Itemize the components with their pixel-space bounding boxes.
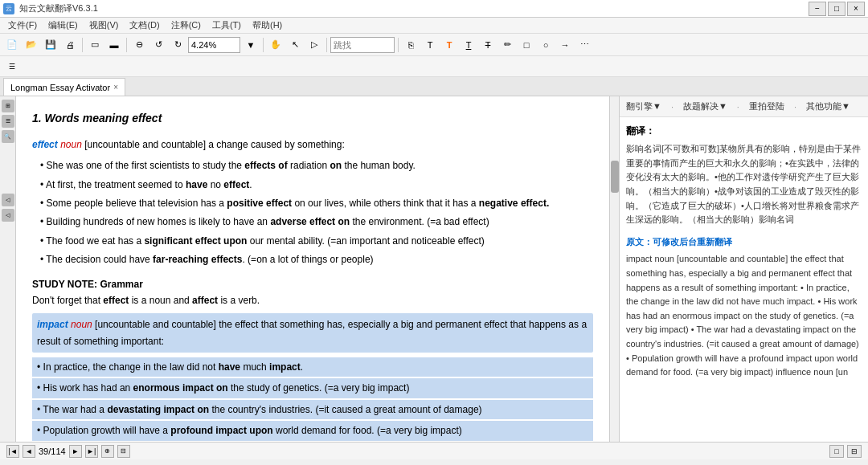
sidebar-thumbnail-icon[interactable]: ⊞: [2, 100, 14, 112]
toolbar-ellipse[interactable]: ○: [537, 36, 555, 54]
section-heading: 1. Words meaning effect: [32, 109, 593, 128]
nav-next-btn[interactable]: ►: [69, 445, 82, 458]
toolbar-fit-width[interactable]: ▭: [86, 36, 104, 54]
toolbar-zoom-out[interactable]: ⊖: [130, 36, 148, 54]
rpanel-tab-highlight[interactable]: 故题解决▼: [680, 99, 731, 114]
tab-close-btn[interactable]: ×: [113, 83, 118, 92]
rpanel-tab-jump[interactable]: 重拍登陆: [746, 99, 788, 114]
word2-def: [uncountable and countable] the effect t…: [37, 319, 587, 346]
menu-document[interactable]: 文档(D): [125, 18, 164, 33]
app-title: 知云文献翻译V6.3.1: [19, 2, 98, 14]
word1-pos: noun: [60, 139, 84, 150]
word2-bullet3: The war had a devastating impact on the …: [32, 400, 593, 419]
toolbar-rotate-left[interactable]: ↺: [149, 36, 167, 54]
zoom-input[interactable]: [188, 37, 240, 53]
view-double-btn[interactable]: ⊟: [847, 445, 862, 458]
original-label[interactable]: 原文：可修改后台重新翻译: [626, 235, 862, 250]
word1-def: [uncountable and countable] a change cau…: [84, 139, 345, 150]
toolbar-arrow[interactable]: →: [556, 36, 574, 54]
document-content-area: 1. Words meaning effect effect noun [unc…: [16, 96, 609, 442]
toolbar-cursor[interactable]: ▷: [305, 36, 323, 54]
document-scroll[interactable]: 1. Words meaning effect effect noun [unc…: [16, 96, 609, 442]
word2-bullet1: In practice, the change in the law did n…: [32, 357, 593, 377]
study-note-block: STUDY NOTE: Grammar Don't forget that ef…: [32, 276, 593, 309]
sidebar-bookmarks-icon[interactable]: ☰: [2, 115, 14, 128]
word2-term: impact: [37, 319, 68, 330]
toolbar-row2: ☰: [0, 56, 868, 77]
nav-prev-btn[interactable]: ◄: [23, 445, 35, 458]
nav-last-btn[interactable]: ►|: [85, 445, 98, 458]
main-layout: ⊞ ☰ 🔍 ◁ ◁ 1. Words meaning effect effect…: [0, 96, 868, 442]
separator3: [263, 38, 264, 52]
right-panel-tabs: 翻引擎▼ · 故题解决▼ · 重拍登陆 · 其他功能▼: [620, 96, 868, 117]
minimize-button[interactable]: −: [809, 2, 826, 16]
translation-section: 翻译： 影响名词[不可数和可数]某物所具有的影响，特别是由于某件重要的事情而产生…: [626, 124, 862, 227]
sidebar-layer-icon[interactable]: ◁: [2, 209, 14, 222]
rpanel-tab-other[interactable]: 其他功能▼: [803, 99, 854, 114]
bullet5: The food we eat has a significant effect…: [32, 233, 593, 249]
toolbar-copy[interactable]: ⎘: [402, 36, 420, 54]
translation-label: 翻译：: [626, 124, 862, 139]
title-bar: 云 知云文献翻译V6.3.1 − □ ×: [0, 0, 868, 18]
view-single-btn[interactable]: □: [829, 445, 844, 458]
original-text: impact noun [uncountable and countable] …: [626, 252, 862, 379]
toolbar-zoom-dropdown[interactable]: ▼: [242, 36, 260, 54]
separator4: [326, 38, 327, 52]
menu-edit[interactable]: 编辑(E): [43, 18, 83, 33]
toolbar-strikethrough[interactable]: T: [479, 36, 497, 54]
bullet4: Building hundreds of new homes is likely…: [32, 214, 593, 230]
toolbar-pen[interactable]: ✏: [498, 36, 516, 54]
toolbar-more[interactable]: ⋯: [575, 36, 593, 54]
menu-help[interactable]: 帮助(H): [248, 18, 287, 33]
menu-file[interactable]: 文件(F): [3, 18, 42, 33]
document-tab[interactable]: Longman Essay Activator ×: [3, 78, 125, 96]
sidebar-search-icon[interactable]: 🔍: [2, 130, 14, 143]
tab-bar: Longman Essay Activator ×: [0, 77, 868, 96]
tab-label: Longman Essay Activator: [10, 83, 110, 92]
window-controls[interactable]: − □ ×: [809, 2, 865, 16]
bottom-right-controls: □ ⊟: [829, 445, 862, 458]
study-note-content: Don't forget that effect is a noun and a…: [32, 292, 593, 308]
toolbar-translate[interactable]: T: [421, 36, 439, 54]
word2-bullet2: His work has had an enormous impact on t…: [32, 378, 593, 398]
page-info: 39/114: [39, 447, 66, 456]
translation-text: 影响名词[不可数和可数]某物所具有的影响，特别是由于某件重要的事情而产生的巨大和…: [626, 142, 862, 227]
toolbar-print[interactable]: 🖨: [61, 36, 79, 54]
nav-extra2[interactable]: ⊟: [117, 445, 130, 458]
original-section: 原文：可修改后台重新翻译 impact noun [uncountable an…: [626, 235, 862, 380]
left-sidebar: ⊞ ☰ 🔍 ◁ ◁: [0, 96, 16, 442]
title-bar-left: 云 知云文献翻译V6.3.1: [3, 2, 98, 14]
bullet6: The decision could have far-reaching eff…: [32, 251, 593, 267]
word2-pos: noun: [71, 319, 95, 330]
search-input[interactable]: [330, 37, 395, 53]
sidebar-annot-icon[interactable]: ◁: [2, 194, 14, 206]
nav-extra1[interactable]: ⊕: [101, 445, 114, 458]
toolbar-row1: 📄 📂 💾 🖨 ▭ ▬ ⊖ ↺ ↻ ▼ ✋ ↖ ▷ ⎘ T T T T ✏ □ …: [0, 34, 868, 56]
toolbar2-btn1[interactable]: ☰: [3, 58, 21, 75]
toolbar-hand[interactable]: ✋: [267, 36, 285, 54]
close-button[interactable]: ×: [847, 2, 865, 16]
toolbar-save[interactable]: 💾: [42, 36, 59, 54]
document-scrollbar[interactable]: [609, 96, 619, 442]
toolbar-open[interactable]: 📂: [23, 36, 40, 54]
toolbar-highlight[interactable]: T: [440, 36, 458, 54]
word1-definition: effect noun [uncountable and countable] …: [32, 137, 593, 153]
nav-first-btn[interactable]: |◄: [6, 445, 19, 458]
menu-tools[interactable]: 工具(T): [207, 18, 246, 33]
toolbar-underline[interactable]: T: [460, 36, 477, 54]
right-panel: 翻引擎▼ · 故题解决▼ · 重拍登陆 · 其他功能▼ 翻译： 影响名词[不可数…: [619, 96, 868, 442]
scrollbar-thumb[interactable]: [611, 161, 619, 193]
toolbar-select[interactable]: ↖: [286, 36, 304, 54]
toolbar-fit-page[interactable]: ▬: [105, 36, 123, 54]
bullet3: Some people believe that television has …: [32, 195, 593, 211]
rpanel-tab-translate[interactable]: 翻引擎▼: [623, 99, 665, 114]
toolbar-new[interactable]: 📄: [3, 36, 21, 54]
toolbar-rotate-right[interactable]: ↻: [169, 36, 186, 54]
menu-bar: 文件(F) 编辑(E) 视图(V) 文档(D) 注释(C) 工具(T) 帮助(H…: [0, 18, 868, 34]
separator5: [398, 38, 399, 52]
menu-annotation[interactable]: 注释(C): [166, 18, 206, 33]
menu-view[interactable]: 视图(V): [84, 18, 124, 33]
right-panel-content[interactable]: 翻译： 影响名词[不可数和可数]某物所具有的影响，特别是由于某件重要的事情而产生…: [620, 117, 868, 442]
toolbar-rect[interactable]: □: [518, 36, 535, 54]
maximize-button[interactable]: □: [828, 2, 845, 16]
